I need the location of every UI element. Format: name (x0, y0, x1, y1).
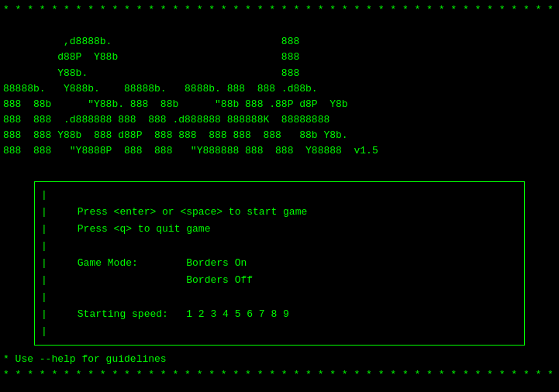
press-start-line: | Press <enter> or <space> to start game (41, 204, 518, 221)
borders-off-option[interactable]: Borders Off (186, 274, 253, 286)
menu-gap-1: | (41, 238, 518, 255)
logo-line-7: 888 888 Y88b 888 d88P 888 888 888 888 88… (3, 129, 348, 141)
logo-line-1: ,d8888b. 888 (3, 36, 299, 47)
top-border: * * * * * * * * * * * * * * * * * * * * … (0, 3, 559, 17)
game-mode-label: Game Mode: (78, 257, 138, 269)
bottom-border: * * * * * * * * * * * * * * * * * * * * … (0, 368, 559, 382)
press-quit-line: | Press <q> to quit game (41, 221, 518, 238)
starting-speed-label: Starting speed: (78, 308, 168, 320)
press-quit-text: Press <q> to quit game (78, 223, 211, 235)
game-mode-line: | Game Mode: Borders On (41, 255, 518, 272)
logo-line-2: d88P Y88b 888 (3, 51, 299, 63)
speed-line: | Starting speed: 1 2 3 4 5 6 7 8 9 (41, 306, 518, 323)
menu-border-top-gap: | (41, 187, 518, 204)
logo-line-5: 888 88b "Y88b. 888 88b "88b 888 .88P d8P… (3, 98, 348, 110)
logo-line-6: 888 888 .d888888 888 888 .d888888 888888… (3, 114, 330, 126)
logo-line-3: Y88b. 888 (3, 67, 299, 79)
ascii-logo: ,d8888b. 888 d88P Y88b 888 Y88b. 888 888… (0, 19, 559, 174)
logo-line-8: 888 888 "Y8888P 888 888 "Y888888 888 888… (3, 145, 378, 156)
press-start-text: Press <enter> or <space> to start game (78, 206, 307, 218)
menu-gap-3: | (41, 323, 518, 340)
terminal-window: * * * * * * * * * * * * * * * * * * * * … (0, 0, 559, 392)
menu-gap-2: | (41, 289, 518, 306)
borders-on-option[interactable]: Borders On (186, 257, 247, 269)
menu-box: | | Press <enter> or <space> to start ga… (34, 181, 525, 346)
help-line: * Use --help for guidelines (0, 352, 559, 368)
speed-values[interactable]: 1 2 3 4 5 6 7 8 9 (186, 308, 289, 320)
borders-off-line: | Borders Off (41, 272, 518, 289)
logo-line-4: 88888b. Y888b. 88888b. 8888b. 888 888 .d… (3, 83, 318, 95)
